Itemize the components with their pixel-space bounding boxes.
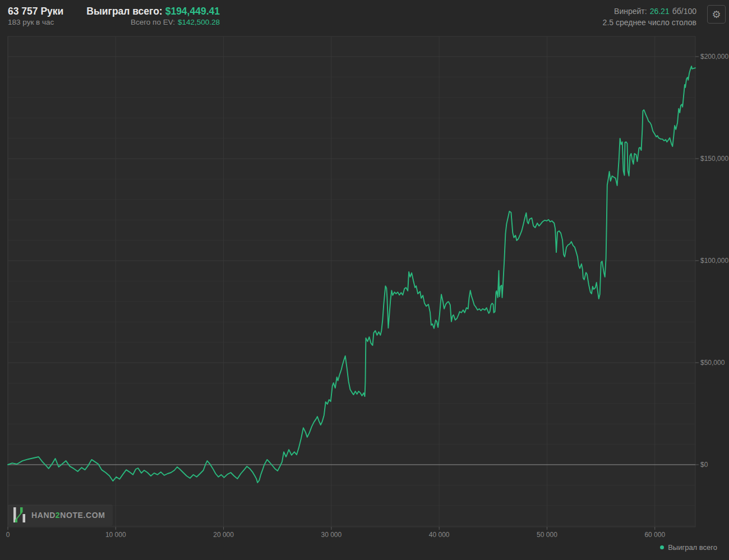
- x-tick-label: 0: [6, 531, 10, 539]
- y-tick-label: $0: [700, 461, 708, 469]
- winrate-line: Винрейт:26.21бб/100: [603, 6, 696, 17]
- hands-per-hour: 183 рук в час: [8, 17, 63, 27]
- x-tick-label: 10 000: [105, 531, 126, 539]
- plot-area[interactable]: [8, 36, 695, 527]
- header: 63 757 Руки 183 рук в час Выиграл всего:…: [0, 0, 729, 35]
- x-tick-label: 60 000: [644, 531, 665, 539]
- x-tick-label: 50 000: [537, 531, 557, 539]
- ev-label: Всего по EV:: [131, 18, 175, 26]
- gear-icon: ⚙: [712, 8, 721, 20]
- ev-value: $142,500.28: [178, 18, 220, 26]
- hand2note-logo: HAND2NOTE.COM: [8, 505, 113, 526]
- y-tick-label: $100,000: [700, 257, 728, 265]
- winrate-label: Винрейт:: [614, 7, 647, 16]
- ev-total-line: Всего по EV:$142,500.28: [83, 17, 220, 27]
- y-tick-label: $200,000: [700, 53, 728, 61]
- x-tick-label: 20 000: [213, 531, 234, 539]
- hands-total: 63 757 Руки: [8, 5, 63, 17]
- logo-text-before: HAND: [31, 511, 56, 520]
- y-tick-label: $150,000: [700, 155, 728, 163]
- x-tick-label: 30 000: [321, 531, 342, 539]
- settings-gear-button[interactable]: ⚙: [707, 5, 726, 24]
- won-label: Выиграл всего:: [86, 6, 162, 17]
- winnings-summary: Выиграл всего:$194,449.41 Всего по EV:$1…: [83, 5, 220, 27]
- won-total-line: Выиграл всего:$194,449.41: [83, 5, 220, 17]
- hands-summary: 63 757 Руки 183 рук в час: [8, 5, 63, 27]
- logo-text-accent: 2: [56, 511, 60, 520]
- hand2note-logo-icon: [12, 507, 26, 523]
- avg-tables: 2.5 среднее число столов: [603, 17, 696, 28]
- x-tick-label: 40 000: [429, 531, 450, 539]
- logo-text-after: NOTE.COM: [60, 511, 105, 520]
- winrate-summary: Винрейт:26.21бб/100 2.5 среднее число ст…: [603, 6, 696, 28]
- legend-item-won-total[interactable]: Выиграл всего: [660, 543, 717, 552]
- y-tick-label: $50,000: [700, 359, 725, 367]
- winnings-chart[interactable]: 010 00020 00030 00040 00050 00060 000$0$…: [0, 0, 729, 560]
- won-value: $194,449.41: [165, 6, 220, 17]
- winrate-unit: бб/100: [672, 7, 696, 16]
- legend-label: Выиграл всего: [668, 543, 717, 552]
- winrate-value: 26.21: [650, 7, 670, 16]
- legend-dot-icon: [660, 545, 664, 549]
- hand2note-logo-text: HAND2NOTE.COM: [31, 511, 105, 520]
